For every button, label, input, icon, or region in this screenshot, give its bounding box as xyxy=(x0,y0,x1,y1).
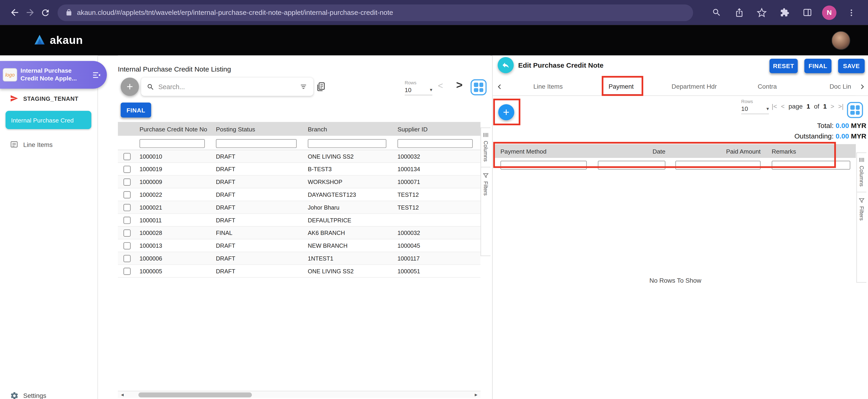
back-button[interactable] xyxy=(498,57,514,73)
refresh-icon[interactable] xyxy=(38,5,53,20)
column-header-posting-status[interactable]: Posting Status xyxy=(213,125,305,132)
page-next-button[interactable]: > xyxy=(831,103,834,110)
tab-department-hdr[interactable]: Department Hdr xyxy=(657,78,731,96)
row-checkbox[interactable] xyxy=(123,242,131,249)
page-prev-button[interactable]: < xyxy=(781,103,785,110)
row-checkbox[interactable] xyxy=(123,229,131,236)
column-header-paid-amount[interactable]: Paid Amount xyxy=(670,148,765,154)
user-avatar[interactable] xyxy=(832,31,850,50)
add-payment-button[interactable]: + xyxy=(498,104,514,120)
final-button[interactable]: FINAL xyxy=(121,103,151,117)
tenant-item[interactable]: STAGING_TENANT xyxy=(10,94,79,103)
table-row[interactable]: 1000010 DRAFT ONE LIVING SS2 1000032 xyxy=(118,150,481,163)
filter-posting-status-input[interactable] xyxy=(216,139,297,148)
table-row[interactable]: 1000021 DRAFT Johor Bharu TEST12 xyxy=(118,201,481,214)
tab-line-items[interactable]: Line Items xyxy=(512,78,585,96)
lock-icon xyxy=(65,9,72,16)
cell-credit-note-no: 1000019 xyxy=(136,166,213,172)
row-checkbox[interactable] xyxy=(123,153,131,160)
scrollbar-thumb[interactable] xyxy=(138,392,252,397)
listing-table-body: 1000010 DRAFT ONE LIVING SS2 1000032 100… xyxy=(118,150,481,278)
row-checkbox[interactable] xyxy=(123,255,131,262)
column-header-remarks[interactable]: Remarks xyxy=(765,148,856,154)
filters-side-tab[interactable]: Filters xyxy=(859,197,865,220)
scroll-left-icon[interactable]: ◄ xyxy=(120,392,124,397)
forward-icon[interactable] xyxy=(22,5,38,20)
tab-contra[interactable]: Contra xyxy=(731,78,804,96)
filter-paid-amount-input[interactable] xyxy=(675,161,761,170)
grid-view-button[interactable] xyxy=(471,79,487,95)
applet-switcher[interactable]: logo Internal Purchase Credit Note Apple… xyxy=(0,61,107,89)
columns-side-tab[interactable]: Columns xyxy=(859,157,865,187)
tab-scroll-left-icon[interactable] xyxy=(493,78,506,96)
filter-supplier-id-input[interactable] xyxy=(397,139,473,148)
table-row[interactable]: 1000019 DRAFT B-TEST3 1000134 xyxy=(118,163,481,176)
row-checkbox[interactable] xyxy=(123,166,131,173)
search-input[interactable] xyxy=(158,83,296,91)
rows-per-page-select[interactable]: Rows 10 ▾ xyxy=(405,80,432,95)
duplicate-list-icon[interactable] xyxy=(315,82,326,92)
column-header-payment-method[interactable]: Payment Method xyxy=(495,148,592,154)
url-bar[interactable]: akaun.cloud/#/applets/tnt/wavelet/erp/in… xyxy=(58,4,693,21)
table-row[interactable]: 1000006 DRAFT 1NTEST1 1000117 xyxy=(118,252,481,265)
filter-remarks-input[interactable] xyxy=(772,161,850,170)
page-last-button[interactable]: >| xyxy=(838,103,844,110)
columns-side-tab[interactable]: Columns xyxy=(483,132,489,162)
payment-grid-view-button[interactable] xyxy=(847,102,863,118)
reset-button[interactable]: RESET xyxy=(769,59,798,73)
search-box[interactable] xyxy=(141,78,313,96)
row-checkbox[interactable] xyxy=(123,204,131,211)
table-row[interactable]: 1000005 DRAFT ONE LIVING SS2 1000051 xyxy=(118,265,481,278)
cell-branch: DAYANGTEST123 xyxy=(305,191,394,198)
filters-side-tab[interactable]: Filters xyxy=(483,172,489,195)
sidebar-item-line-items-label: Line Items xyxy=(23,141,53,148)
table-row[interactable]: 1000013 DRAFT NEW BRANCH 1000045 xyxy=(118,239,481,252)
share-icon[interactable] xyxy=(731,5,747,20)
add-record-button[interactable]: + xyxy=(121,78,139,96)
outstanding-label: Outstanding: xyxy=(794,133,834,140)
row-checkbox[interactable] xyxy=(123,191,131,198)
horizontal-scrollbar[interactable]: ◄ ► xyxy=(118,391,481,398)
sidebar-item-settings[interactable]: Settings xyxy=(10,391,46,399)
tab-payment[interactable]: Payment xyxy=(585,78,657,96)
page-next-button[interactable]: > xyxy=(456,79,463,91)
column-header-supplier-id[interactable]: Supplier ID xyxy=(394,125,480,132)
payment-rows-per-page-select[interactable]: Rows 10 ▾ xyxy=(741,99,769,114)
zoom-icon[interactable] xyxy=(709,5,724,20)
sidebar-item-module[interactable]: Internal Purchase Cred xyxy=(5,111,91,129)
editor-final-button[interactable]: FINAL xyxy=(804,59,832,73)
row-checkbox[interactable] xyxy=(123,217,131,224)
bookmark-star-icon[interactable] xyxy=(754,5,769,20)
tab-scroll-right-icon[interactable] xyxy=(855,78,868,96)
row-checkbox[interactable] xyxy=(123,178,131,186)
browser-menu-icon[interactable] xyxy=(844,5,859,20)
url-text: akaun.cloud/#/applets/tnt/wavelet/erp/in… xyxy=(77,9,393,17)
payment-table-header: Payment Method Date Paid Amount Remarks xyxy=(495,144,856,158)
row-checkbox[interactable] xyxy=(123,267,131,275)
table-row[interactable]: 1000022 DRAFT DAYANGTEST123 TEST12 xyxy=(118,189,481,201)
filter-branch-input[interactable] xyxy=(308,139,386,148)
side-panel-icon[interactable] xyxy=(799,5,815,20)
sort-filter-icon[interactable] xyxy=(300,83,308,91)
filter-credit-note-no-input[interactable] xyxy=(140,139,205,148)
table-row[interactable]: 1000011 DRAFT DEFAULTPRICE xyxy=(118,214,481,227)
table-row[interactable]: 1000009 DRAFT WORKSHOP 1000071 xyxy=(118,176,481,189)
page-prev-button[interactable]: < xyxy=(438,81,443,91)
save-button[interactable]: SAVE xyxy=(838,59,865,73)
menu-open-icon[interactable] xyxy=(92,70,101,80)
column-header-credit-note-no[interactable]: Purchase Credit Note No xyxy=(136,125,213,132)
sidebar-item-line-items[interactable]: Line Items xyxy=(10,140,53,148)
filter-date-input[interactable] xyxy=(598,161,665,170)
browser-profile-avatar[interactable]: N xyxy=(822,5,837,20)
table-row[interactable]: 1000028 FINAL AK6 BRANCH 1000032 xyxy=(118,227,481,239)
column-header-date[interactable]: Date xyxy=(592,148,670,154)
extensions-puzzle-icon[interactable] xyxy=(777,5,792,20)
cell-posting-status: DRAFT xyxy=(213,191,305,198)
scroll-right-icon[interactable]: ► xyxy=(474,392,478,397)
column-header-branch[interactable]: Branch xyxy=(305,125,394,132)
page-first-button[interactable]: |< xyxy=(772,103,777,110)
filter-payment-method-input[interactable] xyxy=(500,161,587,170)
cell-supplier-id: 1000032 xyxy=(394,229,480,236)
back-icon[interactable] xyxy=(7,5,22,20)
cell-posting-status: DRAFT xyxy=(213,255,305,262)
